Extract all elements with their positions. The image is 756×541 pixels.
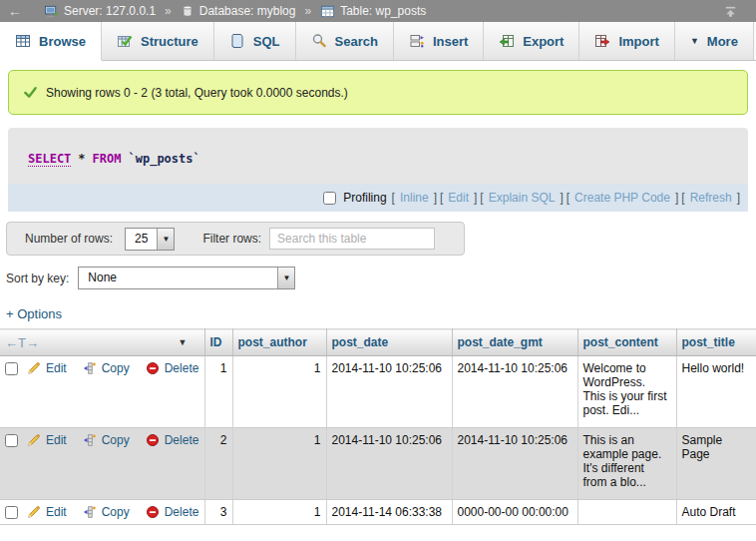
results-table: ←T→ ▼ ID post_author post_date post_date… <box>0 328 756 525</box>
success-message: Showing rows 0 - 2 (3 total, Query took … <box>8 70 748 115</box>
cell-post-content <box>577 500 676 525</box>
explain-sql-link[interactable]: Explain SQL <box>489 191 556 205</box>
tab-import[interactable]: Import <box>579 22 674 60</box>
tab-insert[interactable]: Insert <box>394 22 484 60</box>
tab-more[interactable]: ▼ More <box>675 22 754 60</box>
tab-label: SQL <box>253 34 280 49</box>
row-checkbox[interactable] <box>5 362 18 375</box>
copy-icon <box>83 361 97 375</box>
sql-icon <box>229 33 245 49</box>
cell-id: 3 <box>204 500 232 525</box>
server-icon <box>44 4 59 19</box>
delete-link[interactable]: Delete <box>165 361 199 375</box>
column-header-post-author[interactable]: post_author <box>232 329 326 356</box>
row-actions-cell: Edit Copy Delete <box>0 356 204 428</box>
breadcrumb-table-link[interactable]: Table: wp_posts <box>340 4 426 18</box>
bracket: [ <box>392 191 395 205</box>
success-check-icon <box>23 85 38 100</box>
rows-count-value: 25 <box>126 229 157 250</box>
column-reorder-icon[interactable]: ←T→ <box>5 335 39 350</box>
sort-by-key-label: Sort by key: <box>6 271 69 285</box>
search-input[interactable] <box>269 228 435 250</box>
column-header-post-date[interactable]: post_date <box>326 329 452 356</box>
delete-link[interactable]: Delete <box>165 433 199 447</box>
column-header-post-title[interactable]: post_title <box>676 329 756 356</box>
bracket: ] <box>737 191 740 205</box>
sort-arrow-icon[interactable]: ▼ <box>179 337 188 347</box>
inline-link[interactable]: Inline <box>400 191 429 205</box>
breadcrumb-separator: » <box>165 4 172 18</box>
column-header-post-content[interactable]: post_content <box>577 329 676 356</box>
table-row: Edit Copy Delete 3 1 2014-11-14 06:33:38… <box>0 500 756 525</box>
cell-post-date-gmt: 2014-11-10 10:25:06 <box>452 428 577 500</box>
phpmyadmin-window: ← Server: 127.0.0.1 » Database: myblog »… <box>0 0 756 541</box>
tab-export[interactable]: Export <box>484 22 579 60</box>
sql-star: * <box>78 152 85 166</box>
tab-bar: Browse Structure SQL Search Insert Expor… <box>0 22 756 61</box>
profiling-checkbox[interactable] <box>323 192 336 205</box>
tab-label: Browse <box>39 34 86 49</box>
cell-post-content: Welcome to WordPress. This is your first… <box>577 356 676 428</box>
tab-structure[interactable]: Structure <box>102 22 214 60</box>
column-header-post-date-gmt[interactable]: post_date_gmt <box>452 329 577 356</box>
cell-id: 1 <box>204 356 232 428</box>
insert-icon <box>409 33 425 49</box>
copy-link[interactable]: Copy <box>102 505 130 519</box>
tab-search[interactable]: Search <box>296 22 394 60</box>
edit-query-link[interactable]: Edit <box>448 191 469 205</box>
bracket: ] <box>560 191 563 205</box>
bracket: ] <box>675 191 678 205</box>
pencil-icon <box>27 505 41 519</box>
import-icon <box>594 33 610 49</box>
filter-rows-label: Filter rows: <box>202 232 261 246</box>
tab-label: Insert <box>433 34 468 49</box>
copy-link[interactable]: Copy <box>102 361 130 375</box>
sort-row: Sort by key: None ▼ <box>6 267 756 289</box>
options-toggle-link[interactable]: + Options <box>6 306 62 321</box>
breadcrumb-database-link[interactable]: Database: myblog <box>199 4 296 18</box>
table-row: Edit Copy Delete 1 1 2014-11-10 10:25:06… <box>0 356 756 428</box>
tab-label: More <box>707 34 738 49</box>
tab-label: Structure <box>141 34 198 49</box>
tab-sql[interactable]: SQL <box>214 22 296 60</box>
breadcrumb-server-link[interactable]: Server: 127.0.0.1 <box>64 4 156 18</box>
sql-table-identifier: `wp_posts` <box>129 152 200 166</box>
row-checkbox[interactable] <box>5 434 18 447</box>
edit-link[interactable]: Edit <box>46 361 67 375</box>
export-icon <box>499 33 515 49</box>
bracket: ] <box>434 191 437 205</box>
scroll-to-top-icon[interactable] <box>723 4 738 19</box>
edit-link[interactable]: Edit <box>46 433 67 447</box>
cell-post-date: 2014-11-14 06:33:38 <box>326 500 452 525</box>
structure-icon <box>117 33 133 49</box>
tab-label: Export <box>523 34 564 49</box>
breadcrumb-separator: » <box>304 4 311 18</box>
search-icon <box>311 33 327 49</box>
database-icon <box>181 4 194 18</box>
dropdown-arrow-icon: ▼ <box>277 268 294 288</box>
column-header-id[interactable]: ID <box>204 329 232 356</box>
cell-post-author: 1 <box>232 428 326 500</box>
create-php-code-link[interactable]: Create PHP Code <box>574 191 670 205</box>
copy-link[interactable]: Copy <box>102 433 130 447</box>
sort-key-select[interactable]: None ▼ <box>78 267 295 289</box>
back-arrow-icon[interactable]: ← <box>8 3 22 19</box>
breadcrumb: Server: 127.0.0.1 » Database: myblog » T… <box>44 4 426 19</box>
bracket: ] <box>474 191 477 205</box>
table-row: Edit Copy Delete 2 1 2014-11-10 10:25:06… <box>0 428 756 500</box>
cell-post-author: 1 <box>232 356 326 428</box>
refresh-link[interactable]: Refresh <box>690 191 732 205</box>
delete-icon <box>146 361 160 375</box>
query-tools-bar: Profiling [ Inline ] [ Edit ] [ Explain … <box>8 184 748 212</box>
edit-link[interactable]: Edit <box>46 505 67 519</box>
cell-post-content: This is an example page. It's different … <box>577 428 676 500</box>
sql-keyword-select[interactable]: SELECT <box>28 152 71 167</box>
rows-count-select[interactable]: 25 ▼ <box>125 228 175 251</box>
delete-link[interactable]: Delete <box>165 505 199 519</box>
tab-browse[interactable]: Browse <box>0 22 102 61</box>
bracket: [ <box>681 191 684 205</box>
success-message-text: Showing rows 0 - 2 (3 total, Query took … <box>46 86 348 100</box>
row-checkbox[interactable] <box>5 506 18 519</box>
cell-post-date: 2014-11-10 10:25:06 <box>326 356 452 428</box>
cell-post-title: Auto Draft <box>676 500 756 525</box>
